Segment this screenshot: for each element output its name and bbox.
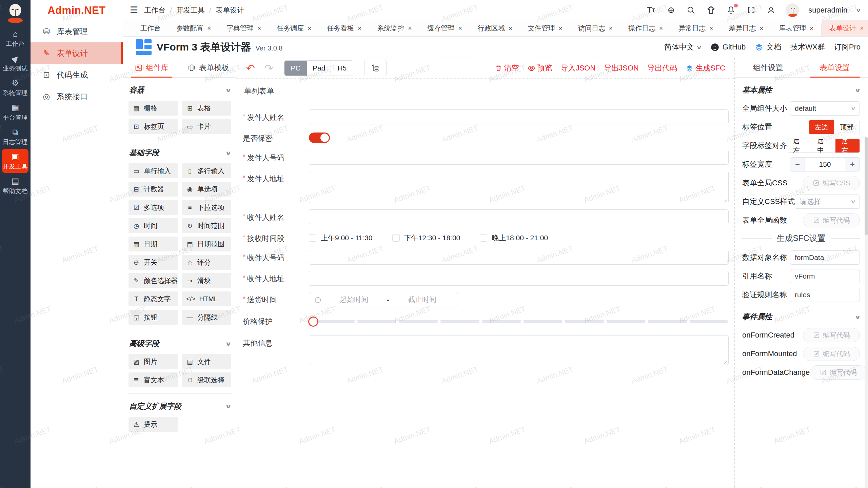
- docs-link[interactable]: 文档: [755, 42, 781, 52]
- user-name[interactable]: superadmin: [808, 6, 847, 15]
- tab-form-settings[interactable]: 表单设置: [802, 58, 868, 77]
- github-link[interactable]: GitHub: [710, 43, 746, 52]
- field-row-delivery-time[interactable]: *送货时间◷起始时间-截止时间: [243, 292, 729, 307]
- tab-close-icon[interactable]: ×: [257, 25, 261, 32]
- theme-icon[interactable]: [706, 5, 716, 16]
- redo-icon[interactable]: ↷: [264, 63, 273, 74]
- rail-item-platform-mgmt[interactable]: ▦平台管理: [2, 100, 28, 124]
- sidebar-item-system-api[interactable]: ◎系统接口: [31, 86, 123, 107]
- sender-phone-input[interactable]: [309, 150, 729, 165]
- app-logo[interactable]: [7, 0, 24, 26]
- widget-chip-date[interactable]: ▦日期: [129, 237, 178, 251]
- receiver-address-input[interactable]: [309, 271, 729, 286]
- increase-button[interactable]: +: [845, 158, 860, 171]
- tab-component-library[interactable]: 组件库: [123, 58, 180, 77]
- generate-sfc-button[interactable]: 生成SFC: [686, 63, 725, 73]
- decrease-button[interactable]: −: [790, 158, 805, 171]
- widget-chip-static-text[interactable]: T静态文字: [129, 291, 178, 306]
- label-align-option[interactable]: 居左: [787, 139, 811, 152]
- onFormDataChange-edit-button[interactable]: 编写代码: [810, 365, 867, 380]
- section-header[interactable]: 容器∨: [129, 81, 231, 101]
- sender-name-input[interactable]: [309, 109, 729, 124]
- field-row-price-protection[interactable]: 价格保护: [243, 313, 729, 329]
- field-row-sender-phone[interactable]: *发件人号码: [243, 150, 729, 165]
- main-tab[interactable]: 系统监控×: [369, 20, 419, 36]
- tab-close-icon[interactable]: ×: [308, 25, 311, 32]
- data-object-name-input[interactable]: formData: [790, 250, 860, 265]
- form-functions-edit-button[interactable]: 编写代码: [803, 213, 860, 227]
- widget-chip-rate[interactable]: ☆评分: [182, 255, 231, 270]
- user-avatar[interactable]: [786, 3, 799, 17]
- export-json-button[interactable]: 导出JSON: [604, 63, 639, 73]
- rail-item-business-test[interactable]: ▶业务测试: [2, 51, 28, 75]
- main-tab[interactable]: 异常日志×: [671, 20, 721, 36]
- slider-handle[interactable]: [308, 317, 318, 327]
- widget-chip-image[interactable]: ▨图片: [129, 354, 178, 369]
- ref-name-input[interactable]: vForm: [790, 269, 860, 283]
- tab-close-icon[interactable]: ×: [810, 25, 813, 32]
- global-size-select[interactable]: default∨: [790, 101, 860, 116]
- rail-item-log-mgmt[interactable]: ⧉日志管理: [2, 125, 28, 148]
- undo-icon[interactable]: ↶: [246, 63, 255, 74]
- widget-chip-multiline-input[interactable]: ▯多行输入: [182, 163, 231, 178]
- widget-chip-switch[interactable]: ⊖开关: [129, 255, 178, 270]
- sender-address-textarea[interactable]: [309, 171, 729, 203]
- field-row-other-info[interactable]: 其他信息: [243, 335, 729, 365]
- onFormMounted-edit-button[interactable]: 编写代码: [803, 347, 860, 361]
- stepper-value[interactable]: 150: [805, 158, 845, 171]
- widget-chip-divider[interactable]: —分隔线: [182, 310, 231, 325]
- widget-chip-alert-tip[interactable]: ⚠提示: [129, 417, 178, 432]
- widget-chip-tab-pane[interactable]: ⊡标签页: [129, 119, 178, 134]
- widget-chip-color-picker[interactable]: ✎颜色选择器: [129, 273, 178, 288]
- clear-button[interactable]: 清空: [495, 63, 519, 73]
- tab-close-icon[interactable]: ×: [760, 25, 763, 32]
- checkbox-icon[interactable]: [309, 234, 316, 242]
- confidential-toggle[interactable]: [309, 133, 330, 143]
- profile-icon[interactable]: [766, 5, 776, 16]
- sidebar-item-form-design[interactable]: ✎表单设计: [31, 42, 123, 64]
- main-tab[interactable]: 差异日志×: [721, 20, 771, 36]
- wx-group-link[interactable]: 技术WX群: [790, 42, 825, 52]
- checkbox-option[interactable]: 下午12:30 - 18:00: [392, 233, 460, 243]
- device-button-pad[interactable]: Pad: [307, 61, 331, 76]
- outline-tree-button[interactable]: [364, 60, 387, 76]
- form-css-edit-button[interactable]: 编写CSS: [803, 176, 860, 190]
- breadcrumb-item[interactable]: 开发工具: [176, 5, 205, 15]
- tab-close-icon[interactable]: ×: [207, 25, 211, 32]
- widget-chip-file[interactable]: ▤文件: [182, 354, 231, 369]
- sidebar-item-db-table-mgmt[interactable]: ⛁库表管理: [31, 21, 123, 42]
- delivery-time-picker[interactable]: ◷起始时间-截止时间: [309, 292, 458, 307]
- resize-grip-icon[interactable]: [723, 198, 727, 202]
- tab-close-icon[interactable]: ×: [559, 25, 563, 32]
- field-row-receive-period[interactable]: *接收时间段上午9:00 - 11:30下午12:30 - 18:00晚上18:…: [243, 230, 729, 244]
- tab-close-icon[interactable]: ×: [458, 25, 462, 32]
- widget-chip-single-input[interactable]: ▭单行输入: [129, 163, 178, 178]
- section-header[interactable]: 自定义扩展字段∨: [129, 397, 231, 417]
- main-tab[interactable]: 任务看板×: [319, 20, 369, 36]
- font-size-icon[interactable]: TT: [646, 5, 656, 16]
- device-button-h5[interactable]: H5: [331, 61, 353, 76]
- tab-close-icon[interactable]: ×: [509, 25, 512, 32]
- main-tab[interactable]: 工作台: [133, 20, 169, 36]
- tab-close-icon[interactable]: ×: [408, 25, 412, 32]
- field-row-receiver-address[interactable]: *收件人地址: [243, 271, 729, 286]
- receiver-name-input[interactable]: [309, 209, 729, 224]
- receiver-phone-input[interactable]: [309, 250, 729, 265]
- tab-component-settings[interactable]: 组件设置: [735, 58, 802, 77]
- widget-chip-button[interactable]: ◱按钮: [129, 310, 178, 325]
- rail-item-system-mgmt[interactable]: ⚙系统管理: [2, 76, 28, 99]
- widget-chip-checkbox[interactable]: ☑多选项: [129, 200, 178, 215]
- main-tab[interactable]: 操作日志×: [620, 20, 671, 36]
- tab-close-icon[interactable]: ×: [609, 25, 613, 32]
- label-position-option[interactable]: 左边: [809, 120, 834, 134]
- widget-chip-grid[interactable]: ▦栅格: [129, 101, 178, 116]
- rules-name-input[interactable]: rules: [790, 288, 860, 302]
- tab-close-icon[interactable]: ×: [358, 25, 361, 32]
- resize-grip-icon[interactable]: [723, 359, 727, 364]
- widget-chip-date-range[interactable]: ▤日期范围: [182, 237, 231, 251]
- breadcrumb-item[interactable]: 工作台: [144, 5, 165, 15]
- section-header[interactable]: 高级字段∨: [129, 334, 231, 354]
- user-menu-chevron-down-icon[interactable]: ∨: [855, 7, 862, 13]
- widget-chip-cascader[interactable]: ⧉级联选择: [182, 372, 231, 387]
- device-button-pc[interactable]: PC: [284, 61, 307, 76]
